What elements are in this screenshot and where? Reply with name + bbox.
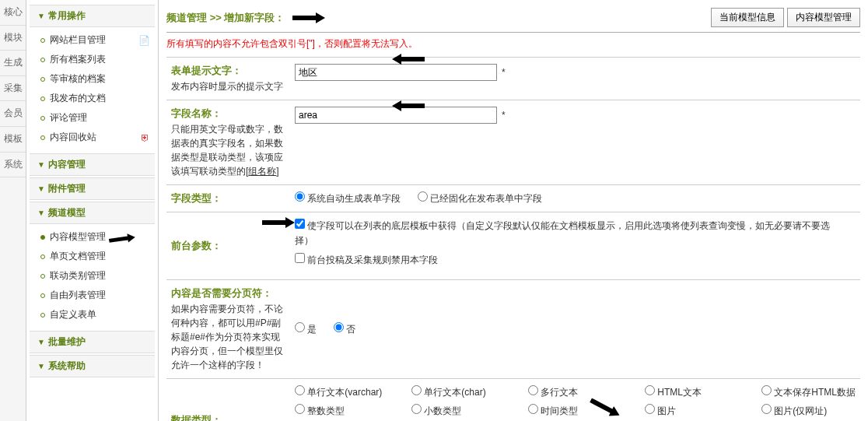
front-params-title: 前台参数：: [171, 239, 285, 253]
chevron-down-icon: ▼: [37, 362, 45, 370]
dtype-radio-3[interactable]: HTML文本: [645, 385, 761, 399]
cb-disable-front[interactable]: 前台投稿及采集规则禁用本字段: [295, 254, 438, 265]
menu-my-docs[interactable]: 我发布的文档: [26, 89, 158, 108]
arrow-icon: [292, 12, 325, 23]
dtype-radio-6[interactable]: 小数类型: [411, 404, 528, 418]
bullet-icon: [40, 38, 45, 43]
menu-label: 所有档案列表: [50, 53, 106, 66]
pager-yes[interactable]: 是: [295, 324, 317, 335]
nav-module[interactable]: 模块: [0, 26, 26, 51]
bullet-icon: [40, 274, 45, 279]
menu-label: 联动类别管理: [50, 269, 106, 282]
menu-label: 自定义表单: [50, 308, 96, 321]
field-name-title: 字段名称：: [171, 107, 285, 121]
section-help[interactable]: ▼系统帮助: [30, 355, 155, 377]
section-label: 系统帮助: [48, 360, 86, 371]
field-prompt-desc: 发布内容时显示的提示文字: [171, 79, 285, 93]
dtype-radio-4[interactable]: 文本保存HTML数据: [761, 385, 856, 399]
pager-desc: 如果内容需要分页符，不论何种内容，都可以用#P#副标题#e#作为分页符来实现内容…: [171, 302, 285, 372]
bullet-icon: [40, 135, 45, 140]
bullet-icon: [40, 313, 45, 318]
required-star: *: [502, 67, 506, 78]
section-channel[interactable]: ▼频道模型: [30, 202, 155, 224]
field-type-title: 字段类型：: [171, 191, 285, 205]
menu-single-page[interactable]: 单页文档管理: [26, 247, 158, 266]
arrow-icon: [392, 100, 425, 111]
dtype-radio-0[interactable]: 单行文本(varchar): [295, 385, 411, 399]
arrow-icon: [108, 231, 136, 246]
cb-list-template[interactable]: 使字段可以在列表的底层模板中获得（自定义字段默认仅能在文档模板显示，启用此选项将…: [295, 220, 830, 246]
menu-recycle[interactable]: 内容回收站⛨: [26, 128, 158, 147]
section-label: 频道模型: [48, 207, 86, 218]
breadcrumb: 频道管理 >> 增加新字段：: [166, 11, 285, 25]
main-content: 频道管理 >> 增加新字段： 当前模型信息 内容模型管理 所有填写的内容不允许包…: [159, 0, 868, 421]
menu-content-model[interactable]: 内容模型管理: [26, 227, 158, 247]
menu-label: 自由列表管理: [50, 289, 106, 302]
section-label: 批量维护: [48, 336, 86, 347]
menu-linked-cat[interactable]: 联动类别管理: [26, 266, 158, 286]
nav-generate[interactable]: 生成: [0, 51, 26, 76]
warning-text: 所有填写的内容不允许包含双引号["]，否则配置将无法写入。: [166, 37, 860, 51]
left-nav: 核心 模块 生成 采集 会员 模板 系统: [0, 0, 26, 421]
dtype-radio-1[interactable]: 单行文本(char): [411, 385, 528, 399]
pager-no[interactable]: 否: [334, 324, 355, 335]
prompt-input[interactable]: [295, 64, 497, 81]
bullet-icon: [40, 96, 45, 101]
dtype-radio-5[interactable]: 整数类型: [295, 404, 411, 418]
menu-label: 内容回收站: [50, 131, 96, 144]
sidebar: ▼常用操作 网站栏目管理📄 所有档案列表 等审核的档案 我发布的文档 评论管理 …: [26, 0, 159, 421]
bullet-icon: [40, 58, 45, 62]
field-prompt-title: 表单提示文字：: [171, 64, 285, 78]
menu-free-list[interactable]: 自由列表管理: [26, 286, 158, 305]
section-attachment[interactable]: ▼附件管理: [30, 177, 155, 200]
group-name-link[interactable]: 组名称: [248, 166, 276, 177]
page-icon: 📄: [138, 35, 150, 46]
bullet-icon: [40, 77, 45, 82]
bullet-icon: [40, 116, 45, 121]
menu-label: 网站栏目管理: [50, 33, 106, 47]
chevron-down-icon: ▼: [37, 338, 45, 346]
menu-label: 单页文档管理: [50, 250, 106, 263]
model-info-button[interactable]: 当前模型信息: [711, 8, 784, 27]
bullet-icon: [40, 254, 45, 259]
nav-system[interactable]: 系统: [0, 153, 26, 178]
section-label: 内容管理: [48, 159, 86, 170]
section-batch[interactable]: ▼批量维护: [30, 331, 155, 353]
menu-site-columns[interactable]: 网站栏目管理📄: [26, 30, 158, 50]
dtype-radio-9[interactable]: 图片(仅网址): [761, 404, 856, 418]
menu-pending[interactable]: 等审核的档案: [26, 69, 158, 89]
ftype-radio-fixed[interactable]: 已经固化在发布表单中字段: [418, 193, 542, 204]
dtype-radio-2[interactable]: 多行文本: [528, 385, 645, 399]
menu-label: 我发布的文档: [50, 92, 106, 105]
nav-core[interactable]: 核心: [0, 0, 26, 26]
section-content[interactable]: ▼内容管理: [30, 153, 155, 176]
dtype-radio-7[interactable]: 时间类型: [528, 404, 645, 418]
chevron-down-icon: ▼: [37, 160, 45, 169]
model-manage-button[interactable]: 内容模型管理: [787, 8, 860, 27]
dtype-title: 数据类型：: [171, 413, 285, 421]
shield-icon: ⛨: [141, 132, 150, 143]
chevron-down-icon: ▼: [37, 184, 45, 193]
required-star: *: [502, 110, 506, 121]
bullet-icon: [40, 293, 45, 298]
ftype-radio-auto[interactable]: 系统自动生成表单字段: [295, 193, 401, 204]
nav-template[interactable]: 模板: [0, 127, 26, 153]
arrow-icon: [262, 217, 295, 228]
pager-title: 内容是否需要分页符：: [171, 286, 285, 300]
nav-member[interactable]: 会员: [0, 101, 26, 127]
dtype-radio-8[interactable]: 图片: [645, 404, 761, 418]
section-label: 常用操作: [48, 10, 86, 21]
menu-label: 内容模型管理: [50, 230, 106, 244]
chevron-down-icon: ▼: [37, 12, 45, 20]
menu-label: 等审核的档案: [50, 72, 106, 86]
menu-comments[interactable]: 评论管理: [26, 108, 158, 128]
menu-all-archives[interactable]: 所有档案列表: [26, 50, 158, 69]
menu-custom-form[interactable]: 自定义表单: [26, 305, 158, 325]
section-label: 附件管理: [48, 183, 86, 194]
arrow-icon: [392, 54, 425, 65]
field-name-desc: 只能用英文字母或数字，数据表的真实字段名，如果数据类型是联动类型，该项应该填写联…: [171, 122, 285, 178]
section-common[interactable]: ▼常用操作: [30, 5, 155, 27]
nav-collect[interactable]: 采集: [0, 76, 26, 102]
chevron-down-icon: ▼: [37, 209, 45, 217]
menu-label: 评论管理: [50, 111, 87, 125]
